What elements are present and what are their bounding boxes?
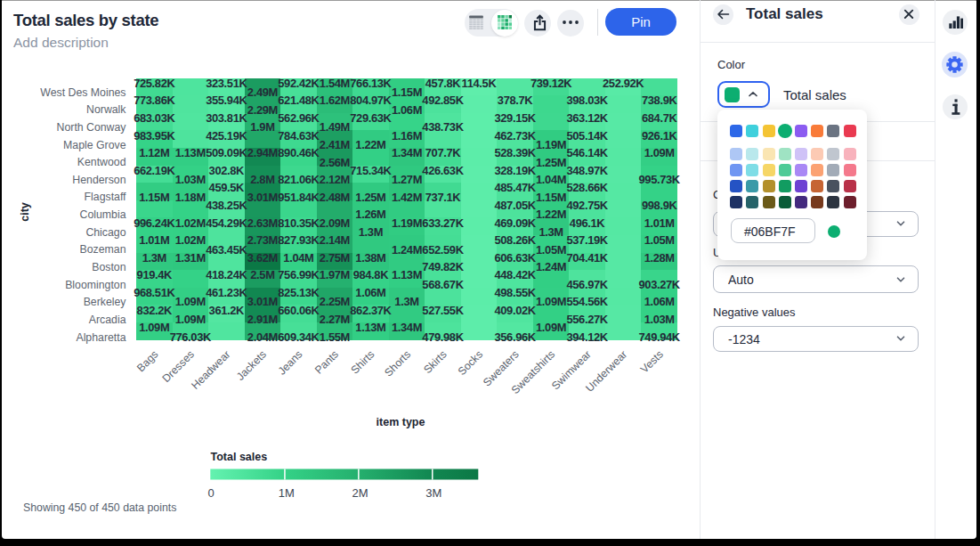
svg-text:505.14K: 505.14K: [566, 129, 608, 143]
svg-text:Skirts: Skirts: [421, 348, 449, 376]
svg-text:1.09M: 1.09M: [536, 295, 566, 308]
svg-text:Shirts: Shirts: [349, 348, 377, 377]
svg-text:508.26K: 508.26K: [494, 233, 536, 247]
svg-text:1.03M: 1.03M: [644, 313, 675, 326]
svg-text:2.49M: 2.49M: [247, 86, 278, 99]
svg-text:361.2K: 361.2K: [209, 304, 246, 317]
svg-text:821.06K: 821.06K: [278, 173, 320, 186]
svg-text:825.13K: 825.13K: [278, 286, 320, 299]
svg-text:554.56K: 554.56K: [566, 295, 608, 308]
svg-text:438.25K: 438.25K: [206, 199, 247, 212]
svg-text:704.41K: 704.41K: [566, 251, 608, 265]
svg-text:660.06K: 660.06K: [278, 304, 320, 317]
svg-text:1.13M: 1.13M: [355, 321, 385, 334]
svg-text:485.47K: 485.47K: [494, 181, 536, 194]
svg-text:707.7K: 707.7K: [425, 146, 462, 159]
svg-text:348.97K: 348.97K: [566, 164, 608, 177]
svg-text:1.03M: 1.03M: [175, 173, 206, 186]
svg-text:425.19K: 425.19K: [206, 129, 247, 143]
svg-text:804.97K: 804.97K: [350, 94, 392, 107]
svg-text:652.59K: 652.59K: [422, 243, 464, 257]
svg-text:2.41M: 2.41M: [320, 138, 350, 151]
svg-text:2.27M: 2.27M: [320, 313, 350, 326]
svg-text:0: 0: [208, 486, 215, 500]
svg-text:766.13K: 766.13K: [350, 77, 392, 90]
svg-text:3.62M: 3.62M: [247, 251, 278, 265]
svg-text:1.15M: 1.15M: [536, 191, 566, 204]
svg-text:463.45K: 463.45K: [206, 243, 247, 257]
svg-text:Kentwood: Kentwood: [77, 156, 126, 168]
svg-text:city: city: [19, 202, 31, 222]
svg-text:1.26M: 1.26M: [355, 208, 385, 221]
svg-text:1.09M: 1.09M: [175, 295, 206, 308]
svg-text:Alpharetta: Alpharetta: [76, 331, 126, 344]
svg-text:North Conway: North Conway: [57, 121, 127, 134]
svg-text:715.34K: 715.34K: [350, 164, 392, 177]
svg-text:456.97K: 456.97K: [566, 278, 608, 291]
svg-text:1.18M: 1.18M: [175, 191, 206, 204]
svg-text:2.29M: 2.29M: [247, 103, 278, 117]
svg-text:1.3M: 1.3M: [359, 225, 383, 239]
svg-text:1.09M: 1.09M: [175, 313, 206, 326]
svg-text:487.05K: 487.05K: [494, 199, 536, 212]
svg-text:995.73K: 995.73K: [639, 173, 681, 186]
svg-text:Henderson: Henderson: [72, 174, 126, 186]
svg-text:2.63M: 2.63M: [247, 216, 278, 230]
svg-text:2.25M: 2.25M: [320, 295, 350, 308]
svg-text:725.82K: 725.82K: [134, 77, 175, 90]
svg-text:621.48K: 621.48K: [278, 94, 320, 107]
svg-text:926.1K: 926.1K: [642, 129, 678, 143]
svg-text:1.13M: 1.13M: [392, 268, 422, 281]
svg-text:592.42K: 592.42K: [278, 77, 320, 90]
svg-text:951.84K: 951.84K: [278, 191, 320, 204]
svg-text:1.25M: 1.25M: [536, 156, 566, 169]
svg-text:Showing 450 of 450 data points: Showing 450 of 450 data points: [23, 501, 176, 514]
svg-text:2.75M: 2.75M: [320, 251, 350, 265]
svg-text:1.12M: 1.12M: [139, 146, 169, 159]
svg-text:739.12K: 739.12K: [530, 77, 572, 90]
svg-text:2.8M: 2.8M: [250, 173, 274, 186]
svg-text:683.03K: 683.03K: [134, 111, 175, 125]
svg-text:1.3M: 1.3M: [539, 225, 563, 239]
svg-text:1.04M: 1.04M: [536, 173, 566, 186]
svg-text:1.09M: 1.09M: [139, 321, 169, 334]
svg-text:438.73K: 438.73K: [422, 120, 464, 134]
svg-text:448.42K: 448.42K: [494, 268, 536, 281]
svg-text:2M: 2M: [352, 486, 368, 500]
svg-text:2.09M: 2.09M: [320, 216, 350, 230]
svg-text:2.56M: 2.56M: [320, 156, 350, 169]
svg-text:1.97M: 1.97M: [320, 268, 350, 281]
svg-text:827.93K: 827.93K: [278, 233, 320, 247]
svg-text:633.27K: 633.27K: [422, 216, 464, 230]
svg-text:2.12M: 2.12M: [320, 173, 350, 186]
svg-text:Bloomington: Bloomington: [65, 279, 126, 291]
svg-text:Dresses: Dresses: [159, 348, 197, 386]
svg-text:303.81K: 303.81K: [206, 111, 247, 125]
svg-text:527.55K: 527.55K: [422, 304, 464, 317]
svg-text:756.99K: 756.99K: [278, 268, 320, 281]
svg-text:Vests: Vests: [638, 348, 666, 376]
svg-text:1.01M: 1.01M: [644, 216, 675, 230]
svg-text:749.94K: 749.94K: [639, 330, 681, 344]
svg-text:3.01M: 3.01M: [247, 191, 278, 204]
svg-text:1.27M: 1.27M: [392, 173, 422, 186]
svg-text:329.15K: 329.15K: [494, 111, 536, 125]
svg-text:890.46K: 890.46K: [278, 146, 320, 159]
svg-text:1.05M: 1.05M: [536, 243, 566, 257]
svg-text:903.27K: 903.27K: [639, 278, 681, 291]
svg-text:1.16M: 1.16M: [392, 129, 422, 143]
svg-text:2.48M: 2.48M: [320, 191, 350, 204]
svg-text:496.1K: 496.1K: [570, 216, 606, 230]
svg-text:Total sales: Total sales: [211, 451, 268, 463]
svg-text:1M: 1M: [279, 486, 295, 500]
svg-text:394.12K: 394.12K: [566, 330, 608, 344]
svg-text:784.63K: 784.63K: [278, 129, 320, 143]
svg-text:562.96K: 562.96K: [278, 111, 320, 125]
svg-text:3M: 3M: [425, 486, 441, 500]
svg-text:1.25M: 1.25M: [355, 191, 385, 204]
svg-text:356.96K: 356.96K: [494, 330, 536, 344]
svg-text:492.75K: 492.75K: [566, 199, 608, 212]
svg-text:Berkeley: Berkeley: [84, 296, 127, 308]
svg-text:West Des Moines: West Des Moines: [40, 86, 126, 99]
svg-text:2.04M: 2.04M: [247, 330, 278, 344]
